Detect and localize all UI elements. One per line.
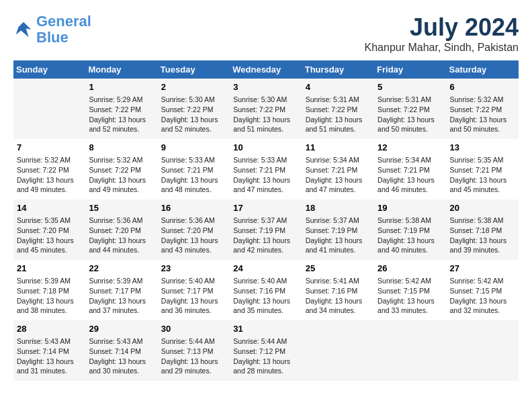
day-info: Sunrise: 5:32 AM Sunset: 7:22 PM Dayligh… <box>17 155 82 195</box>
day-number: 4 <box>306 81 371 93</box>
calendar-cell: 20Sunrise: 5:38 AM Sunset: 7:18 PM Dayli… <box>447 199 519 260</box>
day-info: Sunrise: 5:39 AM Sunset: 7:17 PM Dayligh… <box>89 276 154 316</box>
day-number: 8 <box>89 142 154 154</box>
calendar-cell: 7Sunrise: 5:32 AM Sunset: 7:22 PM Daylig… <box>13 139 85 199</box>
day-number: 6 <box>450 81 515 93</box>
day-number: 29 <box>89 323 154 335</box>
day-info: Sunrise: 5:34 AM Sunset: 7:21 PM Dayligh… <box>306 155 371 195</box>
day-number: 15 <box>89 202 154 214</box>
day-info: Sunrise: 5:42 AM Sunset: 7:15 PM Dayligh… <box>378 276 443 316</box>
day-number: 11 <box>306 142 371 154</box>
day-number: 7 <box>17 142 82 154</box>
day-number: 30 <box>161 323 226 335</box>
day-info: Sunrise: 5:29 AM Sunset: 7:22 PM Dayligh… <box>89 95 154 134</box>
day-info: Sunrise: 5:39 AM Sunset: 7:18 PM Dayligh… <box>17 276 82 316</box>
calendar-header-row: SundayMondayTuesdayWednesdayThursdayFrid… <box>13 60 519 79</box>
day-info: Sunrise: 5:32 AM Sunset: 7:22 PM Dayligh… <box>89 155 154 195</box>
calendar-cell: 31Sunrise: 5:44 AM Sunset: 7:12 PM Dayli… <box>230 320 302 381</box>
day-number: 9 <box>161 142 226 154</box>
calendar-cell <box>13 79 85 139</box>
calendar-cell: 1Sunrise: 5:29 AM Sunset: 7:22 PM Daylig… <box>85 79 157 139</box>
day-header-monday: Monday <box>85 60 157 79</box>
day-info: Sunrise: 5:40 AM Sunset: 7:17 PM Dayligh… <box>161 276 226 316</box>
day-number: 31 <box>233 323 298 335</box>
day-info: Sunrise: 5:34 AM Sunset: 7:21 PM Dayligh… <box>378 155 443 195</box>
day-number: 1 <box>89 81 154 93</box>
calendar-cell: 23Sunrise: 5:40 AM Sunset: 7:17 PM Dayli… <box>158 260 230 320</box>
calendar-cell: 10Sunrise: 5:33 AM Sunset: 7:21 PM Dayli… <box>230 139 302 199</box>
calendar-cell: 25Sunrise: 5:41 AM Sunset: 7:16 PM Dayli… <box>302 260 374 320</box>
calendar-cell <box>447 320 519 381</box>
day-info: Sunrise: 5:30 AM Sunset: 7:22 PM Dayligh… <box>233 95 298 134</box>
svg-marker-0 <box>16 22 32 38</box>
logo-text: General Blue <box>36 13 91 46</box>
calendar-cell: 14Sunrise: 5:35 AM Sunset: 7:20 PM Dayli… <box>13 199 85 260</box>
day-info: Sunrise: 5:42 AM Sunset: 7:15 PM Dayligh… <box>450 276 515 316</box>
calendar-cell: 27Sunrise: 5:42 AM Sunset: 7:15 PM Dayli… <box>447 260 519 320</box>
day-number: 13 <box>450 142 515 154</box>
day-number: 24 <box>233 263 298 275</box>
calendar-cell: 22Sunrise: 5:39 AM Sunset: 7:17 PM Dayli… <box>85 260 157 320</box>
calendar-cell <box>374 320 446 381</box>
day-info: Sunrise: 5:38 AM Sunset: 7:18 PM Dayligh… <box>450 216 515 255</box>
day-number: 3 <box>233 81 298 93</box>
day-info: Sunrise: 5:43 AM Sunset: 7:14 PM Dayligh… <box>89 336 154 376</box>
day-info: Sunrise: 5:43 AM Sunset: 7:14 PM Dayligh… <box>17 336 82 376</box>
day-number: 12 <box>378 142 443 154</box>
calendar-cell: 5Sunrise: 5:31 AM Sunset: 7:22 PM Daylig… <box>374 79 446 139</box>
day-info: Sunrise: 5:44 AM Sunset: 7:12 PM Dayligh… <box>233 336 298 376</box>
day-info: Sunrise: 5:44 AM Sunset: 7:13 PM Dayligh… <box>161 336 226 376</box>
day-number: 25 <box>306 263 371 275</box>
day-info: Sunrise: 5:36 AM Sunset: 7:20 PM Dayligh… <box>161 216 226 255</box>
day-info: Sunrise: 5:37 AM Sunset: 7:19 PM Dayligh… <box>306 216 371 255</box>
day-number: 17 <box>233 202 298 214</box>
day-info: Sunrise: 5:38 AM Sunset: 7:19 PM Dayligh… <box>378 216 443 255</box>
calendar-cell: 18Sunrise: 5:37 AM Sunset: 7:19 PM Dayli… <box>302 199 374 260</box>
calendar-cell: 26Sunrise: 5:42 AM Sunset: 7:15 PM Dayli… <box>374 260 446 320</box>
day-number: 21 <box>17 263 82 275</box>
calendar-cell: 29Sunrise: 5:43 AM Sunset: 7:14 PM Dayli… <box>85 320 157 381</box>
day-number: 28 <box>17 323 82 335</box>
day-number: 14 <box>17 202 82 214</box>
week-row-1: 1Sunrise: 5:29 AM Sunset: 7:22 PM Daylig… <box>13 79 519 139</box>
day-info: Sunrise: 5:37 AM Sunset: 7:19 PM Dayligh… <box>233 216 298 255</box>
calendar-cell: 28Sunrise: 5:43 AM Sunset: 7:14 PM Dayli… <box>13 320 85 381</box>
day-info: Sunrise: 5:41 AM Sunset: 7:16 PM Dayligh… <box>306 276 371 316</box>
day-info: Sunrise: 5:31 AM Sunset: 7:22 PM Dayligh… <box>378 95 443 134</box>
day-number: 10 <box>233 142 298 154</box>
week-row-4: 21Sunrise: 5:39 AM Sunset: 7:18 PM Dayli… <box>13 260 519 320</box>
calendar-cell: 21Sunrise: 5:39 AM Sunset: 7:18 PM Dayli… <box>13 260 85 320</box>
day-info: Sunrise: 5:40 AM Sunset: 7:16 PM Dayligh… <box>233 276 298 316</box>
day-header-thursday: Thursday <box>302 60 374 79</box>
calendar-cell: 15Sunrise: 5:36 AM Sunset: 7:20 PM Dayli… <box>85 199 157 260</box>
calendar-cell <box>302 320 374 381</box>
day-header-wednesday: Wednesday <box>230 60 302 79</box>
calendar-cell: 4Sunrise: 5:31 AM Sunset: 7:22 PM Daylig… <box>302 79 374 139</box>
calendar-cell: 24Sunrise: 5:40 AM Sunset: 7:16 PM Dayli… <box>230 260 302 320</box>
day-info: Sunrise: 5:36 AM Sunset: 7:20 PM Dayligh… <box>89 216 154 255</box>
day-header-friday: Friday <box>374 60 446 79</box>
day-info: Sunrise: 5:33 AM Sunset: 7:21 PM Dayligh… <box>161 155 226 195</box>
day-number: 23 <box>161 263 226 275</box>
day-header-saturday: Saturday <box>447 60 519 79</box>
calendar-cell: 6Sunrise: 5:32 AM Sunset: 7:22 PM Daylig… <box>447 79 519 139</box>
day-number: 20 <box>450 202 515 214</box>
day-info: Sunrise: 5:35 AM Sunset: 7:21 PM Dayligh… <box>450 155 515 195</box>
day-header-sunday: Sunday <box>13 60 85 79</box>
calendar-cell: 13Sunrise: 5:35 AM Sunset: 7:21 PM Dayli… <box>447 139 519 199</box>
calendar-cell: 17Sunrise: 5:37 AM Sunset: 7:19 PM Dayli… <box>230 199 302 260</box>
calendar-cell: 2Sunrise: 5:30 AM Sunset: 7:22 PM Daylig… <box>158 79 230 139</box>
location: Khanpur Mahar, Sindh, Pakistan <box>365 42 519 54</box>
week-row-5: 28Sunrise: 5:43 AM Sunset: 7:14 PM Dayli… <box>13 320 519 381</box>
title-section: July 2024 Khanpur Mahar, Sindh, Pakistan <box>365 13 519 54</box>
day-number: 27 <box>450 263 515 275</box>
day-number: 19 <box>378 202 443 214</box>
calendar-cell: 30Sunrise: 5:44 AM Sunset: 7:13 PM Dayli… <box>158 320 230 381</box>
calendar-cell: 3Sunrise: 5:30 AM Sunset: 7:22 PM Daylig… <box>230 79 302 139</box>
day-info: Sunrise: 5:32 AM Sunset: 7:22 PM Dayligh… <box>450 95 515 134</box>
logo-line1: General <box>36 13 91 30</box>
day-number: 26 <box>378 263 443 275</box>
calendar-cell: 16Sunrise: 5:36 AM Sunset: 7:20 PM Dayli… <box>158 199 230 260</box>
day-info: Sunrise: 5:33 AM Sunset: 7:21 PM Dayligh… <box>233 155 298 195</box>
page-header: General Blue July 2024 Khanpur Mahar, Si… <box>13 13 519 54</box>
